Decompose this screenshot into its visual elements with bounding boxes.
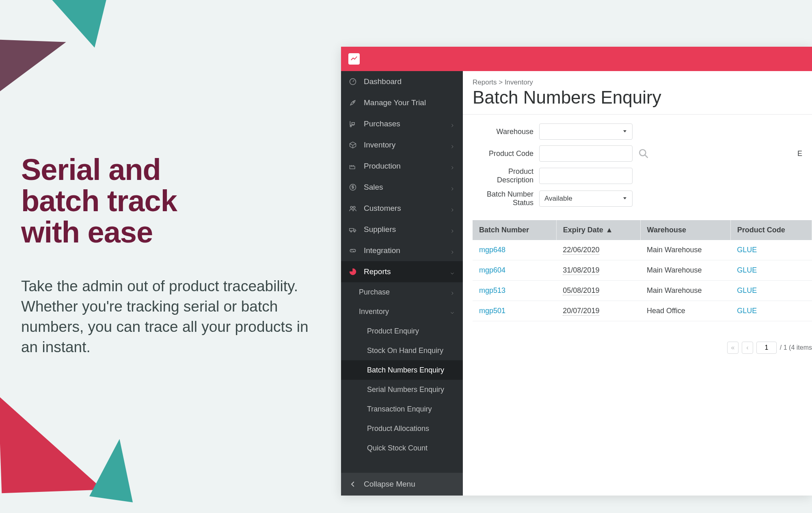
warehouse-cell: Main Warehouse bbox=[640, 240, 730, 260]
table-row: mgp50120/07/2019Head OfficeGLUE bbox=[473, 301, 812, 321]
batch-status-label: Batch Number Status bbox=[473, 190, 533, 207]
pager-prev-button[interactable]: ‹ bbox=[742, 342, 753, 354]
app-logo-icon bbox=[348, 53, 360, 65]
chevron-right-icon bbox=[450, 163, 456, 169]
filter-panel: Warehouse Product Code E Product Descrip bbox=[463, 115, 812, 220]
app-header bbox=[341, 47, 812, 71]
marketing-body: Take the admin out of product traceabili… bbox=[21, 276, 313, 357]
product-code-input[interactable] bbox=[539, 145, 633, 162]
sidebar-item-reports[interactable]: Reports bbox=[341, 261, 463, 282]
sidebar-item-purchases[interactable]: Purchases bbox=[341, 113, 463, 134]
people-icon bbox=[348, 204, 357, 213]
product-desc-label: Product Description bbox=[473, 167, 533, 184]
sidebar-leaf-product-allocations[interactable]: Product Allocations bbox=[341, 419, 463, 438]
breadcrumb[interactable]: Reports > Inventory bbox=[463, 78, 812, 87]
sidebar-item-dashboard[interactable]: Dashboard bbox=[341, 71, 463, 92]
table-row: mgp64822/06/2020Main WarehouseGLUE bbox=[473, 240, 812, 260]
factory-icon bbox=[348, 162, 357, 171]
sidebar-item-production[interactable]: Production bbox=[341, 156, 463, 177]
expiry-date[interactable]: 05/08/2019 bbox=[563, 286, 599, 295]
column-header-warehouse[interactable]: Warehouse bbox=[640, 220, 730, 240]
column-header-product-code[interactable]: Product Code bbox=[730, 220, 812, 240]
svg-line-1 bbox=[353, 80, 354, 82]
sidebar-subitem-purchase[interactable]: Purchase bbox=[341, 282, 463, 302]
chevron-right-icon bbox=[450, 289, 456, 295]
expiry-date[interactable]: 22/06/2020 bbox=[563, 246, 599, 255]
batch-number-link[interactable]: mgp604 bbox=[479, 266, 505, 274]
sidebar-item-label: Inventory bbox=[364, 141, 443, 149]
batch-number-link[interactable]: mgp501 bbox=[479, 307, 505, 315]
svg-marker-11 bbox=[624, 130, 626, 132]
sidebar-item-label: Suppliers bbox=[364, 225, 443, 234]
svg-point-7 bbox=[353, 206, 355, 208]
sidebar-item-customers[interactable]: Customers bbox=[341, 198, 463, 219]
sidebar-item-label: Sales bbox=[364, 183, 443, 192]
decorative-triangle bbox=[0, 39, 66, 107]
product-desc-input[interactable] bbox=[539, 168, 633, 184]
svg-point-2 bbox=[353, 102, 354, 103]
product-code-link[interactable]: GLUE bbox=[737, 307, 757, 315]
sidebar-item-suppliers[interactable]: Suppliers bbox=[341, 219, 463, 240]
collapse-menu-button[interactable]: Collapse Menu bbox=[341, 473, 463, 496]
main-content: Reports > Inventory Batch Numbers Enquir… bbox=[463, 71, 812, 496]
marketing-panel: Serial and batch track with ease Take th… bbox=[0, 0, 341, 513]
sidebar-item-manage-your-trial[interactable]: Manage Your Trial bbox=[341, 92, 463, 113]
truck-icon bbox=[348, 225, 357, 234]
table-row: mgp51305/08/2019Main WarehouseGLUE bbox=[473, 281, 812, 301]
results-table: Batch NumberExpiry Date▲WarehouseProduct… bbox=[473, 220, 812, 321]
sidebar-item-sales[interactable]: Sales bbox=[341, 177, 463, 198]
caret-down-icon bbox=[622, 128, 627, 136]
product-code-link[interactable]: GLUE bbox=[737, 266, 757, 274]
warehouse-select[interactable] bbox=[539, 123, 633, 140]
sidebar-leaf-quick-stock-count[interactable]: Quick Stock Count bbox=[341, 438, 463, 458]
decorative-triangle bbox=[89, 436, 141, 502]
warehouse-cell: Main Warehouse bbox=[640, 281, 730, 301]
warehouse-cell: Main Warehouse bbox=[640, 260, 730, 281]
column-header-batch-number[interactable]: Batch Number bbox=[473, 220, 556, 240]
chevron-right-icon bbox=[450, 184, 456, 190]
expiry-date[interactable]: 20/07/2019 bbox=[563, 307, 599, 316]
sidebar-item-label: Manage Your Trial bbox=[364, 98, 456, 107]
column-header-expiry-date[interactable]: Expiry Date▲ bbox=[556, 220, 640, 240]
chevron-down-icon bbox=[450, 269, 456, 275]
sidebar-leaf-stock-on-hand-enquiry[interactable]: Stock On Hand Enquiry bbox=[341, 341, 463, 360]
svg-rect-8 bbox=[350, 229, 354, 231]
dollar-icon bbox=[348, 183, 357, 192]
svg-marker-14 bbox=[624, 197, 626, 199]
collapse-menu-label: Collapse Menu bbox=[364, 480, 415, 489]
chevron-right-icon bbox=[450, 248, 456, 253]
sidebar-leaf-product-enquiry[interactable]: Product Enquiry bbox=[341, 321, 463, 341]
warehouse-cell: Head Office bbox=[640, 301, 730, 321]
search-icon[interactable] bbox=[638, 148, 649, 159]
pager-page-input[interactable] bbox=[756, 342, 777, 354]
box-icon bbox=[348, 141, 357, 149]
product-code-link[interactable]: GLUE bbox=[737, 246, 757, 254]
chevron-right-icon bbox=[450, 227, 456, 232]
caret-down-icon bbox=[622, 195, 627, 203]
expiry-date[interactable]: 31/08/2019 bbox=[563, 266, 599, 275]
sidebar-item-label: Integration bbox=[364, 246, 443, 255]
sidebar: DashboardManage Your TrialPurchasesInven… bbox=[341, 71, 463, 496]
sidebar-leaf-batch-numbers-enquiry[interactable]: Batch Numbers Enquiry bbox=[341, 360, 463, 380]
svg-line-13 bbox=[645, 155, 648, 158]
table-row: mgp60431/08/2019Main WarehouseGLUE bbox=[473, 260, 812, 281]
batch-number-link[interactable]: mgp648 bbox=[479, 246, 505, 254]
pie-icon bbox=[348, 267, 357, 276]
batch-number-link[interactable]: mgp513 bbox=[479, 286, 505, 294]
product-code-label: Product Code bbox=[473, 149, 533, 158]
product-code-link[interactable]: GLUE bbox=[737, 286, 757, 294]
batch-status-select[interactable]: Available bbox=[539, 190, 633, 207]
sidebar-leaf-serial-numbers-enquiry[interactable]: Serial Numbers Enquiry bbox=[341, 380, 463, 399]
rocket-icon bbox=[348, 98, 357, 107]
pager-first-button[interactable]: « bbox=[727, 342, 739, 354]
chevron-right-icon bbox=[450, 142, 456, 148]
sidebar-item-inventory[interactable]: Inventory bbox=[341, 134, 463, 156]
sidebar-item-label: Reports bbox=[364, 267, 443, 276]
sidebar-item-label: Customers bbox=[364, 204, 443, 213]
pager-total-text: / 1 (4 items bbox=[780, 344, 812, 351]
pager: « ‹ / 1 (4 items bbox=[473, 342, 812, 354]
sidebar-subitem-inventory[interactable]: Inventory bbox=[341, 302, 463, 321]
svg-point-4 bbox=[350, 126, 351, 127]
sidebar-leaf-transaction-enquiry[interactable]: Transaction Enquiry bbox=[341, 399, 463, 419]
sidebar-item-integration[interactable]: Integration bbox=[341, 240, 463, 261]
